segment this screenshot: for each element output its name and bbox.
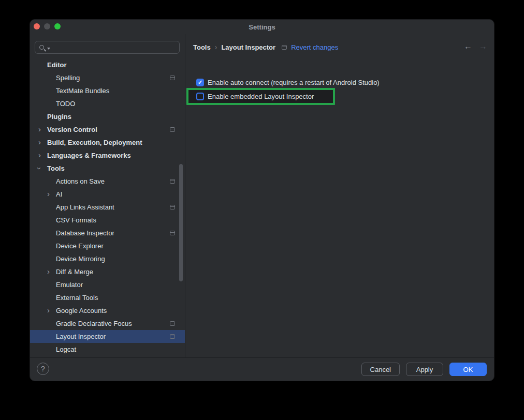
sidebar-item-logcat[interactable]: Logcat [30, 343, 185, 356]
sidebar-item-label: Logcat [56, 346, 76, 353]
apply-button[interactable]: Apply [406, 363, 443, 376]
sidebar-item-csv-formats[interactable]: CSV Formats [30, 214, 185, 227]
modified-settings-icon [170, 76, 175, 80]
sidebar-item-label: Emulator [56, 281, 83, 289]
chevron-right-icon[interactable]: › [38, 138, 41, 146]
checkbox-label: Enable embedded Layout Inspector [208, 93, 314, 100]
checkbox-checked[interactable]: ✓ [196, 79, 204, 86]
modified-settings-icon [170, 334, 175, 339]
modified-settings-icon [282, 45, 287, 50]
sidebar-item-app-links-assistant[interactable]: App Links Assistant [30, 201, 185, 214]
back-arrow-icon[interactable]: ← [464, 42, 472, 51]
sidebar-item-label: Editor [47, 61, 67, 69]
footer-bar: ? CancelApplyOK [30, 357, 494, 381]
help-button[interactable]: ? [37, 363, 49, 375]
sidebar-item-ai[interactable]: ›AI [30, 188, 185, 201]
sidebar-item-label: App Links Assistant [56, 203, 114, 211]
sidebar-item-label: Gradle Declarative Focus [56, 320, 132, 327]
forward-arrow-icon: → [479, 42, 487, 51]
sidebar-item-label: Languages & Frameworks [47, 152, 131, 159]
sidebar-scrollbar[interactable] [179, 164, 183, 281]
revert-changes-link[interactable]: Revert changes [291, 43, 338, 51]
sidebar-item-label: External Tools [56, 294, 98, 302]
sidebar-item-google-accounts[interactable]: ›Google Accounts [30, 304, 185, 317]
breadcrumb-layout-inspector: Layout Inspector [221, 43, 275, 51]
sidebar-item-label: Version Control [47, 126, 97, 133]
modified-settings-icon [170, 321, 175, 326]
sidebar-item-label: Device Mirroring [56, 255, 105, 263]
chevron-right-icon[interactable]: › [47, 267, 50, 275]
search-icon [39, 45, 44, 50]
search-box[interactable] [35, 41, 180, 54]
sidebar-item-tools[interactable]: ›Tools [30, 162, 185, 175]
sidebar-item-label: Database Inspector [56, 229, 114, 237]
options-list: ✓Enable auto connect (requires a restart… [186, 77, 380, 105]
sidebar-item-database-inspector[interactable]: Database Inspector [30, 227, 185, 239]
desktop-background: Settings EditorSpellingTextMate BundlesT… [0, 0, 524, 420]
settings-tree: EditorSpellingTextMate BundlesTODOPlugin… [30, 58, 185, 356]
sidebar-item-label: Device Explorer [56, 242, 104, 250]
sidebar-item-todo[interactable]: TODO [30, 97, 185, 110]
sidebar-item-spelling[interactable]: Spelling [30, 71, 185, 84]
checkbox-option-highlighted: Enable embedded Layout Inspector [186, 88, 335, 105]
sidebar-item-label: Plugins [47, 113, 71, 121]
sidebar-item-languages-frameworks[interactable]: ›Languages & Frameworks [30, 149, 185, 162]
search-input[interactable] [53, 43, 175, 51]
sidebar-item-plugins[interactable]: Plugins [30, 110, 185, 123]
sidebar-item-label: Build, Execution, Deployment [47, 139, 142, 146]
sidebar-item-device-explorer[interactable]: Device Explorer [30, 239, 185, 252]
chevron-right-icon[interactable]: › [38, 151, 41, 159]
sidebar-item-label: Diff & Merge [56, 268, 93, 276]
sidebar-item-gradle-declarative-focus[interactable]: Gradle Declarative Focus [30, 317, 185, 330]
breadcrumb: Tools › Layout Inspector Revert changes [193, 43, 338, 51]
sidebar-item-actions-on-save[interactable]: Actions on Save [30, 175, 185, 188]
window-titlebar[interactable]: Settings [30, 20, 494, 34]
sidebar-item-label: Tools [47, 164, 65, 172]
sidebar-item-label: Google Accounts [56, 307, 107, 314]
sidebar-item-build-execution-deployment[interactable]: ›Build, Execution, Deployment [30, 136, 185, 149]
chevron-right-icon[interactable]: › [47, 306, 50, 314]
settings-window: Settings EditorSpellingTextMate BundlesT… [30, 19, 494, 381]
sidebar-item-label: TextMate Bundles [56, 87, 109, 95]
sidebar-item-label: Layout Inspector [56, 333, 106, 340]
chevron-right-icon[interactable]: › [47, 190, 50, 198]
modified-settings-icon [170, 127, 175, 132]
chevron-down-icon[interactable]: › [36, 167, 43, 170]
chevron-right-icon[interactable]: › [38, 125, 41, 133]
sidebar-item-version-control[interactable]: ›Version Control [30, 123, 185, 136]
sidebar-item-diff-merge[interactable]: ›Diff & Merge [30, 265, 185, 278]
sidebar-item-label: TODO [56, 100, 75, 108]
modified-settings-icon [170, 231, 175, 235]
sidebar-item-editor[interactable]: Editor [30, 58, 185, 71]
sidebar-item-device-mirroring[interactable]: Device Mirroring [30, 252, 185, 265]
breadcrumb-tools[interactable]: Tools [193, 43, 211, 51]
settings-content: Tools › Layout Inspector Revert changes … [185, 34, 494, 357]
sidebar-item-label: Spelling [56, 74, 80, 82]
modified-settings-icon [170, 179, 175, 184]
checkbox-unchecked[interactable] [196, 93, 204, 100]
footer-buttons: CancelApplyOK [361, 363, 487, 376]
sidebar-item-textmate-bundles[interactable]: TextMate Bundles [30, 84, 185, 97]
window-title: Settings [30, 23, 494, 31]
sidebar-item-label: CSV Formats [56, 216, 96, 224]
sidebar-item-label: Actions on Save [56, 177, 105, 185]
sidebar-item-emulator[interactable]: Emulator [30, 278, 185, 291]
checkbox-label: Enable auto connect (requires a restart … [208, 79, 380, 86]
modified-settings-icon [170, 205, 175, 209]
ok-button[interactable]: OK [449, 363, 487, 376]
search-history-caret-icon[interactable] [47, 48, 50, 50]
settings-sidebar: EditorSpellingTextMate BundlesTODOPlugin… [30, 34, 185, 357]
breadcrumb-separator-icon: › [215, 43, 217, 51]
sidebar-item-label: AI [56, 190, 62, 198]
sidebar-item-external-tools[interactable]: External Tools [30, 291, 185, 304]
sidebar-item-layout-inspector[interactable]: Layout Inspector [30, 330, 185, 343]
cancel-button[interactable]: Cancel [361, 363, 400, 376]
checkbox-option: ✓Enable auto connect (requires a restart… [186, 77, 380, 88]
